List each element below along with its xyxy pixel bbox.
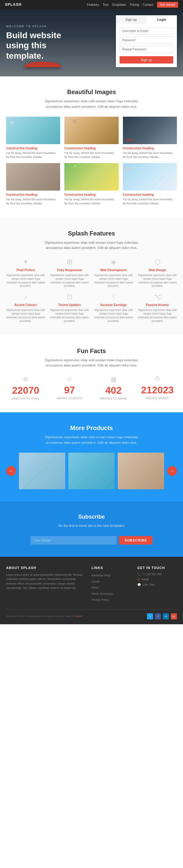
theme-icon: ⊡ bbox=[50, 293, 89, 301]
subscribe-title: Subscribe bbox=[6, 514, 177, 520]
nav-contact[interactable]: Contact bbox=[143, 3, 153, 6]
subscribe-form: SUBSCRIBE bbox=[31, 536, 152, 545]
hours-label: HOURS SPENT bbox=[138, 397, 177, 400]
web-dev-title: Web Development bbox=[94, 269, 133, 272]
footer-grid: ABOUT SPLASH Lorem ipsum dolor sit amet … bbox=[6, 566, 177, 603]
tab-login[interactable]: Login bbox=[146, 15, 177, 24]
creativity-icon: ⚙ bbox=[6, 376, 45, 383]
nav-logo: SPLASH bbox=[5, 2, 22, 7]
hero-welcome-text: WELCOME TO SPLASH bbox=[6, 25, 85, 28]
image-placeholder-4 bbox=[6, 163, 60, 191]
svg-point-5 bbox=[126, 167, 129, 169]
clients-number: 97 bbox=[50, 385, 89, 395]
social-linkedin-icon[interactable]: in bbox=[163, 613, 169, 619]
svg-rect-2 bbox=[73, 120, 77, 124]
email-field[interactable] bbox=[119, 28, 173, 34]
beautiful-images-section: Beautiful Images Dignissimos asperiores … bbox=[0, 76, 183, 218]
product-image-2 bbox=[68, 453, 115, 489]
pixel-perfect-icon: ✦ bbox=[6, 258, 45, 266]
funfacts-section: Fun Facts Dignissimos asperiores vitae v… bbox=[0, 335, 183, 412]
funfacts-desc: Dignissimos asperiores vitae velit venia… bbox=[37, 358, 146, 368]
carousel-next-button[interactable]: → bbox=[167, 466, 177, 476]
accent-desc: Dignissimos asperiores vitae velit venia… bbox=[6, 308, 45, 323]
hero-section: WELCOME TO SPLASH Build website using th… bbox=[0, 9, 183, 76]
responsive-title: Fully Responsive bbox=[50, 269, 89, 272]
footer-link-terms[interactable]: Terms of services bbox=[92, 592, 113, 595]
footer-links-col: LINKS Bootstrap Shop Career Press Terms … bbox=[92, 566, 131, 603]
features-grid: ✦ Pixel Perfect Dignissimos asperiores v… bbox=[6, 258, 177, 323]
subscribe-button[interactable]: SUBSCRIBE bbox=[119, 536, 152, 545]
image-card-desc-3: Far far away, behind the word mountains,… bbox=[123, 151, 177, 159]
image-placeholder-2 bbox=[64, 117, 118, 144]
hours-icon: ⏱ bbox=[138, 376, 177, 383]
web-dev-icon: ◈ bbox=[94, 258, 133, 266]
footer-bottom: Copyright © 2015 Company name. All right… bbox=[6, 609, 177, 619]
password-field[interactable] bbox=[119, 37, 173, 44]
theme-title: Theme Updates bbox=[50, 303, 89, 307]
theme-desc: Dignissimos asperiores vitae velit venia… bbox=[50, 308, 89, 323]
feature-passive: ⌥ Passive Income Dignissimos asperiores … bbox=[138, 293, 177, 323]
web-design-desc: Dignissimos asperiores vitae velit venia… bbox=[138, 274, 177, 288]
hours-number: 212023 bbox=[138, 385, 177, 395]
footer-link-bootstrap[interactable]: Bootstrap Shop bbox=[92, 574, 110, 577]
footer-phone-text: +1 234 567 890 bbox=[143, 573, 162, 576]
signup-button[interactable]: Sign up bbox=[119, 56, 173, 64]
footer-links-list: Bootstrap Shop Career Press Terms of ser… bbox=[92, 573, 131, 602]
subscribe-email-input[interactable] bbox=[31, 536, 116, 545]
features-section: Splash Features Dignissimos asperiores v… bbox=[0, 218, 183, 335]
footer-about: ABOUT SPLASH Lorem ipsum dolor sit amet … bbox=[6, 566, 85, 603]
image-card-3: Constructive heading Far far away, behin… bbox=[123, 117, 177, 159]
footer: ABOUT SPLASH Lorem ipsum dolor sit amet … bbox=[0, 557, 183, 624]
responsive-icon: ⊞ bbox=[50, 258, 89, 266]
social-google-icon[interactable]: g+ bbox=[171, 613, 177, 619]
social-twitter-icon[interactable]: t bbox=[147, 613, 153, 619]
nav-dropdown[interactable]: Dropdown bbox=[112, 3, 126, 6]
feature-pixel-perfect: ✦ Pixel Perfect Dignissimos asperiores v… bbox=[6, 258, 45, 288]
web-design-title: Web Design bbox=[138, 269, 177, 272]
image-card-title-6: Constructive heading bbox=[123, 193, 177, 196]
image-card-desc-1: Far far away, behind the word mountains,… bbox=[6, 151, 60, 159]
pixel-perfect-title: Pixel Perfect bbox=[6, 269, 45, 272]
features-title: Splash Features bbox=[6, 230, 177, 237]
image-card-title-5: Constructive heading bbox=[64, 193, 118, 196]
footer-social: t f in g+ bbox=[147, 613, 177, 619]
footer-email-text: info@ bbox=[142, 578, 149, 581]
footer-author-link[interactable]: Splash bbox=[75, 615, 82, 618]
image-card-title-2: Constructive heading bbox=[64, 147, 118, 150]
footer-link-press[interactable]: Press bbox=[92, 586, 99, 589]
image-card-desc-5: Far far away, behind the word mountains,… bbox=[64, 197, 118, 205]
nav-pricing[interactable]: Pricing bbox=[130, 3, 139, 6]
more-products-desc: Dignissimos asperiores vitae velit venia… bbox=[37, 435, 146, 445]
social-facebook-icon[interactable]: f bbox=[155, 613, 161, 619]
footer-contact-col: GET IN TOUCH 📞 +1 234 567 890 ✉ info@ 💬 … bbox=[137, 566, 177, 603]
subscribe-section: Subscribe Be the first to know about the… bbox=[0, 501, 183, 557]
nav-cta-button[interactable]: Get started bbox=[157, 2, 178, 8]
image-card-title-4: Constructive heading bbox=[6, 193, 60, 196]
hero-boat bbox=[25, 62, 61, 67]
nav-features[interactable]: Features bbox=[87, 3, 99, 6]
footer-copyright: Copyright © 2015 Company name. All right… bbox=[6, 615, 83, 618]
nav-tour[interactable]: Tour bbox=[103, 3, 108, 6]
more-products-title: More Products bbox=[6, 425, 177, 432]
image-card-4: Constructive heading Far far away, behin… bbox=[6, 163, 60, 205]
image-card-2: Constructive heading Far far away, behin… bbox=[64, 117, 118, 159]
web-design-icon: ⬡ bbox=[138, 258, 177, 266]
footer-contact-email: ✉ info@ bbox=[137, 578, 177, 581]
carousel-prev-button[interactable]: ← bbox=[6, 466, 16, 476]
accent-title: Accent Colours bbox=[6, 303, 45, 307]
navbar: SPLASH Features Tour Dropdown Pricing Co… bbox=[0, 0, 183, 9]
footer-contact-chat: 💬 Live Chat bbox=[137, 583, 177, 586]
auth-form: Sign up Login Sign up bbox=[116, 15, 177, 67]
funfacts-title: Fun Facts bbox=[6, 347, 177, 354]
footer-link-career[interactable]: Career bbox=[92, 580, 100, 583]
email-icon: ✉ bbox=[137, 578, 140, 581]
feature-responsive: ⊞ Fully Responsive Dignissimos asperiore… bbox=[50, 258, 89, 288]
nav-links: Features Tour Dropdown Pricing Contact G… bbox=[87, 2, 178, 8]
repeat-password-field[interactable] bbox=[119, 46, 173, 53]
auth-body: Sign up bbox=[116, 24, 177, 67]
creativity-label: CREATIVITY FUEL bbox=[6, 397, 45, 400]
footer-link-privacy[interactable]: Privacy Policy bbox=[92, 598, 109, 601]
images-grid: Constructive heading Far far away, behin… bbox=[6, 117, 177, 205]
tab-signup[interactable]: Sign up bbox=[116, 15, 146, 24]
hero-text: WELCOME TO SPLASH Build website using th… bbox=[0, 19, 92, 67]
